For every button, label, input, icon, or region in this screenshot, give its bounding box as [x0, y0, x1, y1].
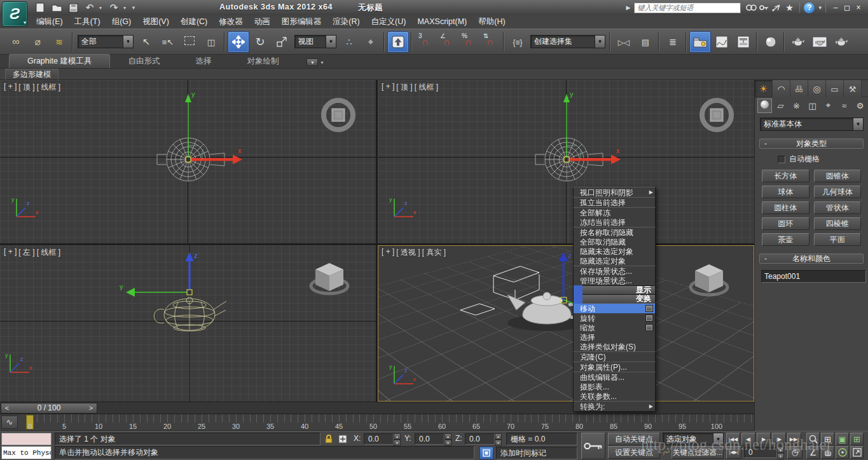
object-name-field[interactable] [761, 270, 866, 283]
menu-item-12[interactable]: 帮助(H) [472, 15, 511, 29]
snaps-toggle-3d-button[interactable]: 3∩ [415, 31, 436, 53]
quad-item[interactable]: 转换为:▶ [574, 402, 655, 411]
primitive-sphere-button[interactable]: 球体 [762, 186, 809, 198]
ribbon-tab-2[interactable]: 自由形式 [110, 55, 177, 68]
quad-item[interactable]: 对象属性(P)... [574, 362, 655, 372]
search-input[interactable] [634, 3, 741, 13]
viewport-pov-menu[interactable]: 顶 [18, 82, 34, 93]
quad-item[interactable]: 旋转 [574, 313, 655, 323]
quad-item[interactable]: 孤立当前选择 [574, 198, 655, 207]
track-bar[interactable]: ∿ 05101520253035404550556065707580859095… [0, 414, 754, 431]
restore-button[interactable]: ◻ [841, 3, 853, 13]
subtab-space-warps[interactable]: ≈ [837, 98, 851, 113]
subtab-cameras[interactable]: ◫ [805, 98, 820, 113]
undo-button[interactable]: ↶ [83, 1, 97, 14]
toolbar-overflow-icon[interactable]: ▼ [131, 5, 136, 11]
viewport-top-2[interactable]: + 顶 线框 yx xyz [378, 80, 754, 243]
menu-item-8[interactable]: 图形编辑器 [276, 15, 327, 29]
absolute-offset-mode-toggle[interactable] [338, 434, 348, 444]
ribbon-minimize-icon[interactable]: ▼ [307, 58, 318, 66]
viewcube[interactable] [319, 95, 358, 135]
primitive-teapot-button[interactable]: 茶壶 [762, 233, 809, 246]
viewport-general-menu[interactable]: + [4, 82, 17, 93]
tab-hierarchy[interactable]: 品 [790, 80, 808, 97]
favorites-icon[interactable]: ★ [783, 2, 796, 13]
use-pivot-point-center-button[interactable]: ∴ [338, 31, 360, 53]
viewport-general-menu[interactable]: + [382, 247, 394, 258]
search-icon[interactable] [745, 2, 757, 13]
ribbon-panel-polygon-modeling[interactable]: 多边形建模 [5, 69, 59, 79]
primitive-box-button[interactable]: 长方体 [762, 170, 809, 182]
add-time-tag[interactable]: 添加时间标记 [496, 447, 577, 459]
quad-item-settings-button[interactable] [645, 315, 653, 321]
subtab-helpers[interactable]: ⌖ [821, 98, 836, 113]
tab-display[interactable]: ▭ [826, 80, 844, 97]
rendered-frame-window-button[interactable] [809, 31, 830, 53]
menu-item-9[interactable]: 渲染(R) [327, 15, 365, 29]
material-editor-button[interactable] [760, 31, 782, 53]
quad-item[interactable]: 选择 [574, 332, 655, 342]
selection-lock-toggle[interactable] [324, 434, 334, 444]
angle-snap-toggle-button[interactable]: ∠∩ [436, 31, 458, 53]
primitive-tube-button[interactable]: 管状体 [814, 201, 862, 214]
ribbon-tab-3[interactable]: 选择 [177, 55, 229, 68]
y-spinner[interactable]: ▲▼ [444, 433, 451, 446]
chevron-down-icon[interactable]: ▾ [123, 5, 128, 11]
y-input[interactable] [419, 435, 440, 443]
percent-snap-toggle-button[interactable]: %∩ [458, 31, 479, 53]
previous-frame-arrow-icon[interactable]: < [1, 404, 13, 412]
chevron-down-icon[interactable]: ▾ [818, 4, 822, 11]
unlink-selection-button[interactable]: ⌀ [27, 31, 48, 53]
select-and-move-button[interactable] [228, 31, 249, 53]
quad-item[interactable]: 关联参数... [574, 391, 655, 401]
quad-item-settings-button[interactable] [645, 324, 653, 331]
quad-item[interactable]: 曲线编辑器... [574, 372, 655, 382]
quad-item[interactable]: 全部解冻 [574, 208, 655, 217]
quad-item[interactable]: 移动 [574, 304, 655, 313]
quad-item[interactable]: 按名称取消隐藏 [574, 227, 655, 237]
quad-item[interactable]: 克隆(C) [574, 352, 655, 362]
autogrid-checkbox[interactable] [778, 156, 785, 163]
transform-gizmo-toggle[interactable] [479, 447, 493, 459]
rollout-object-type[interactable]: - 对象类型 [759, 139, 864, 149]
rollout-name-color[interactable]: - 名称和颜色 [759, 254, 864, 264]
new-scene-button[interactable] [33, 1, 47, 14]
application-menu-button[interactable]: Ƨ ▾ [2, 1, 27, 27]
z-spinner[interactable]: ▲▼ [495, 433, 502, 446]
quad-item[interactable]: 保存场景状态... [574, 266, 655, 276]
subtab-lights[interactable]: ※ [789, 98, 804, 113]
viewcube[interactable] [307, 259, 352, 299]
primitive-torus-button[interactable]: 圆环 [762, 217, 809, 230]
select-object-button[interactable]: ↖ [135, 31, 157, 53]
help-icon[interactable]: ? [804, 3, 815, 13]
infocenter-collapse-icon[interactable]: ▶ [626, 4, 631, 11]
menu-item-2[interactable]: 工具(T) [69, 15, 106, 29]
maxscript-mini-listener[interactable]: Max to Physcs ( [1, 446, 52, 459]
menu-item-10[interactable]: 自定义(U) [366, 15, 412, 29]
viewport-top[interactable]: + 顶 线框 yx xyz [0, 80, 376, 243]
primitive-plane-button[interactable]: 平面 [814, 233, 862, 246]
macro-recorder-field[interactable] [1, 433, 52, 445]
viewport-pov-menu[interactable]: 顶 [396, 82, 412, 93]
chevron-down-icon[interactable]: ▾ [99, 5, 104, 11]
viewport-shading-menu[interactable]: 线框 [37, 247, 60, 258]
primitive-cylinder-button[interactable]: 圆柱体 [762, 201, 809, 214]
primitive-category-dropdown[interactable]: 标准基本体 ▼ [760, 118, 864, 131]
tab-modify[interactable]: ◠ [773, 80, 790, 97]
viewport-pov-menu[interactable]: 透视 [396, 247, 420, 258]
viewport-pov-menu[interactable]: 左 [18, 247, 34, 258]
schematic-view-button[interactable] [733, 31, 754, 53]
quad-item[interactable]: 选择类似对象(S) [574, 342, 655, 351]
viewport-shading-menu[interactable]: 线框 [415, 82, 438, 93]
quad-item[interactable]: 隐藏选定对象 [574, 256, 655, 266]
chevron-down-icon[interactable]: ▾ [320, 60, 323, 65]
minimize-button[interactable]: – [830, 3, 841, 13]
viewport-shading-menu[interactable]: 线框 [37, 82, 60, 93]
quad-item[interactable]: 视口照明和阴影▶ [574, 187, 655, 197]
subtab-systems[interactable]: ⚙ [853, 98, 867, 113]
viewcube[interactable] [697, 95, 736, 135]
tab-utilities[interactable]: ⚒ [844, 80, 862, 97]
viewport-perspective-active[interactable]: + 透视 真实 z xyz [378, 245, 754, 402]
open-file-button[interactable] [50, 1, 64, 14]
z-coordinate-field[interactable] [465, 433, 495, 445]
